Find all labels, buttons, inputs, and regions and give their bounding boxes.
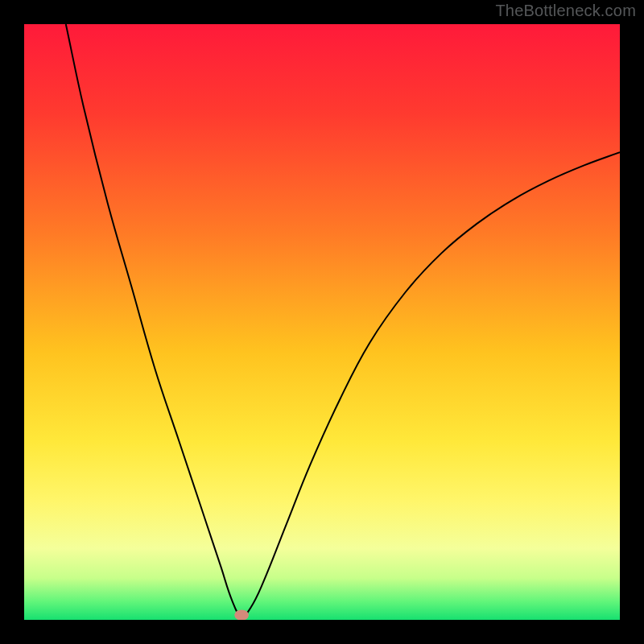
chart-svg — [24, 24, 620, 620]
plot-area — [24, 24, 620, 620]
watermark-text: TheBottleneck.com — [495, 2, 636, 20]
gradient-background — [24, 24, 620, 620]
chart-frame: TheBottleneck.com — [0, 0, 644, 644]
